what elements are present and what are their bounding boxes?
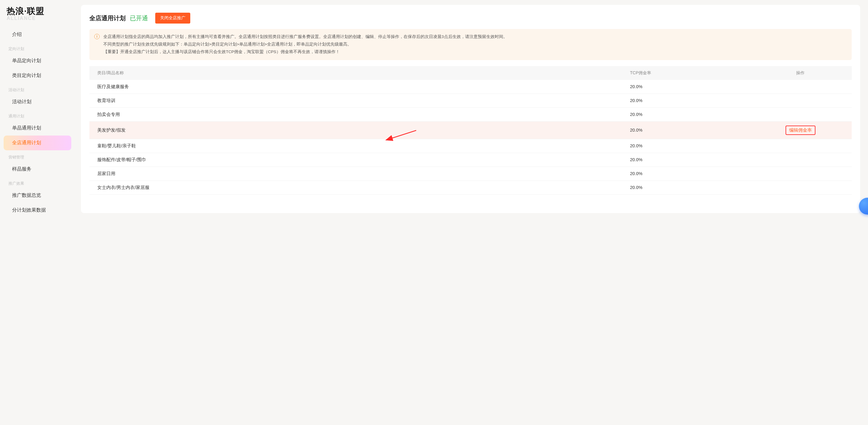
nav-plan-effect[interactable]: 分计划效果数据 <box>4 203 71 218</box>
panel-title: 全店通用计划 <box>89 14 126 22</box>
nav-intro[interactable]: 介绍 <box>4 27 71 42</box>
cell-category: 女士内衣/男士内衣/家居服 <box>89 181 622 194</box>
alert-line-2: 不同类型的推广计划生效优先级规则如下：单品定向计划>类目定向计划>单品通用计划>… <box>103 41 846 48</box>
cell-rate: 20.0% <box>622 121 749 139</box>
cell-operation <box>749 181 852 194</box>
cell-operation <box>749 80 852 94</box>
cell-operation: 编辑佣金率 <box>749 121 852 139</box>
cell-operation <box>749 153 852 167</box>
side-nav: 介绍 定向计划 单品定向计划 类目定向计划 活动计划 活动计划 通用计划 单品通… <box>0 27 75 218</box>
sidebar: 热浪·联盟 ALLIANCE 介绍 定向计划 单品定向计划 类目定向计划 活动计… <box>0 0 75 425</box>
commission-table: 类目/商品名称 TCP佣金率 操作 医疗及健康服务20.0%教育培训20.0%拍… <box>89 66 852 195</box>
cell-category: 童鞋/婴儿鞋/亲子鞋 <box>89 139 622 153</box>
info-alert: i 全店通用计划指全店的商品均加入推广计划，所有主播均可查看并推广。全店通用计划… <box>89 29 852 60</box>
cell-rate: 20.0% <box>622 181 749 194</box>
cell-category: 医疗及健康服务 <box>89 80 622 94</box>
cell-category: 服饰配件/皮带/帽子/围巾 <box>89 153 622 167</box>
cell-operation <box>749 107 852 121</box>
table-row: 教育培训20.0% <box>89 94 852 107</box>
table-row: 服饰配件/皮带/帽子/围巾20.0% <box>89 153 852 167</box>
status-open: 已开通 <box>130 14 148 22</box>
cell-rate: 20.0% <box>622 153 749 167</box>
cell-rate: 20.0% <box>622 107 749 121</box>
nav-store-general[interactable]: 全店通用计划 <box>4 135 71 150</box>
close-store-promotion-button[interactable]: 关闭全店推广 <box>155 13 190 24</box>
cell-rate: 20.0% <box>622 139 749 153</box>
nav-single-directed[interactable]: 单品定向计划 <box>4 54 71 68</box>
cell-category: 美发护发/假发 <box>89 121 622 139</box>
th-operation: 操作 <box>749 66 852 80</box>
table-row: 童鞋/婴儿鞋/亲子鞋20.0% <box>89 139 852 153</box>
cell-operation <box>749 94 852 107</box>
nav-group-effect: 推广效果 <box>0 176 75 188</box>
table-row: 美发护发/假发20.0%编辑佣金率 <box>89 121 852 139</box>
table-row: 拍卖会专用20.0% <box>89 107 852 121</box>
alert-line-3: 【重要】开通全店推广计划后，达人主播与该店铺合作将只会生效TCP佣金，淘宝联盟（… <box>103 48 846 56</box>
nav-group-directed: 定向计划 <box>0 42 75 54</box>
nav-data-overview[interactable]: 推广数据总览 <box>4 188 71 203</box>
nav-activity[interactable]: 活动计划 <box>4 95 71 109</box>
cell-operation <box>749 167 852 181</box>
table-row: 居家日用20.0% <box>89 167 852 181</box>
th-rate: TCP佣金率 <box>622 66 749 80</box>
cell-category: 居家日用 <box>89 167 622 181</box>
nav-group-marketing: 营销管理 <box>0 150 75 162</box>
cell-operation <box>749 139 852 153</box>
edit-commission-link[interactable]: 编辑佣金率 <box>789 127 812 133</box>
th-category: 类目/商品名称 <box>89 66 622 80</box>
nav-sample[interactable]: 样品服务 <box>4 162 71 176</box>
logo: 热浪·联盟 ALLIANCE <box>0 5 75 23</box>
cell-rate: 20.0% <box>622 94 749 107</box>
nav-group-general: 通用计划 <box>0 109 75 121</box>
nav-group-activity: 活动计划 <box>0 83 75 95</box>
cell-rate: 20.0% <box>622 167 749 181</box>
table-row: 医疗及健康服务20.0% <box>89 80 852 94</box>
nav-single-general[interactable]: 单品通用计划 <box>4 121 71 135</box>
info-icon: i <box>94 34 100 39</box>
cell-category: 拍卖会专用 <box>89 107 622 121</box>
alert-line-1: 全店通用计划指全店的商品均加入推广计划，所有主播均可查看并推广。全店通用计划按照… <box>103 33 846 41</box>
panel: 全店通用计划 已开通 关闭全店推广 i 全店通用计划指全店的商品均加入推广计划，… <box>81 5 860 213</box>
panel-header: 全店通用计划 已开通 关闭全店推广 <box>89 13 852 24</box>
cell-rate: 20.0% <box>622 80 749 94</box>
table-row: 女士内衣/男士内衣/家居服20.0% <box>89 181 852 194</box>
cell-category: 教育培训 <box>89 94 622 107</box>
nav-category-directed[interactable]: 类目定向计划 <box>4 68 71 83</box>
main: 全店通用计划 已开通 关闭全店推广 i 全店通用计划指全店的商品均加入推广计划，… <box>75 0 868 425</box>
logo-main: 热浪·联盟 <box>7 5 68 17</box>
